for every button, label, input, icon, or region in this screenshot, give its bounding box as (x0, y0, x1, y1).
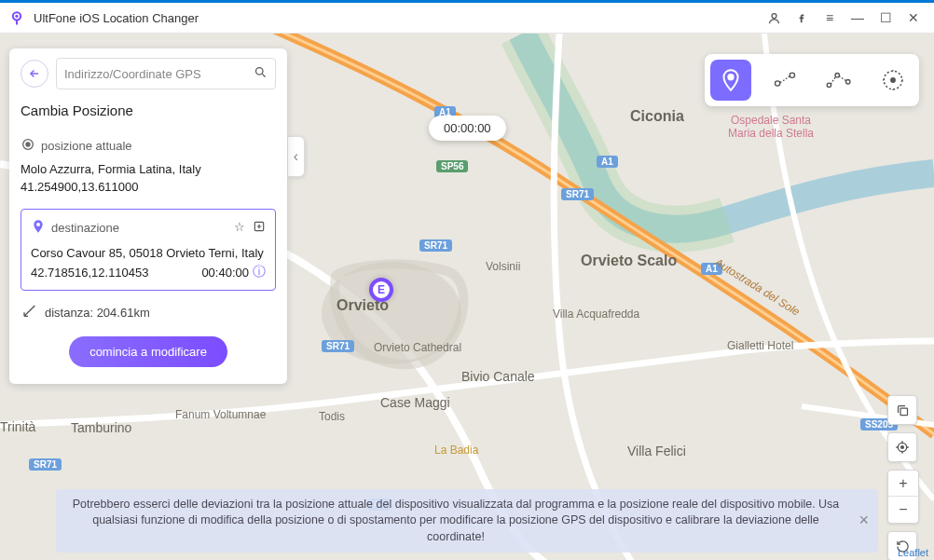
map-label-ospedale: Ospedale Santa Maria della Stella (720, 114, 822, 140)
map-label-todis: Todis (319, 410, 345, 423)
collapse-panel-button[interactable]: ‹ (288, 136, 305, 177)
map-label-bivio-canale: Bivio Canale (461, 369, 535, 384)
account-icon[interactable] (761, 5, 787, 31)
minimize-button[interactable]: — (845, 5, 871, 31)
favorite-icon[interactable]: ☆ (234, 220, 245, 236)
search-input[interactable] (64, 67, 254, 81)
search-icon[interactable] (254, 65, 268, 82)
mode-multi-spot-button[interactable] (818, 60, 859, 101)
map-label-cathedral: Orvieto Cathedral (374, 341, 461, 354)
app-title: UltFone iOS Location Changer (34, 11, 761, 25)
close-button[interactable]: ✕ (900, 5, 927, 31)
distance-row: distanza: 204.61km (21, 291, 276, 336)
mode-toolbar (705, 54, 919, 106)
locate-button[interactable] (887, 432, 917, 462)
current-location-label: posizione attuale (41, 139, 132, 153)
map-label-ciconia: Ciconia (630, 108, 684, 125)
svg-point-2 (772, 13, 776, 18)
distance-icon (22, 304, 37, 321)
map-label-villa-felici: Villa Felici (627, 444, 686, 458)
zoom-out-button[interactable]: − (888, 497, 918, 523)
map-attribution[interactable]: Leaflet (898, 547, 928, 558)
map-label-acquafredda: Villa Acquafredda (553, 307, 639, 321)
mode-joystick-button[interactable] (872, 60, 913, 101)
current-location-box: posizione attuale Molo Azzurra, Formia L… (21, 128, 276, 203)
road-shield-sr71: SR71 (419, 239, 452, 252)
destination-time: 00:40:00 (201, 266, 249, 280)
copy-coords-button[interactable] (887, 395, 917, 425)
map-label-la-badia: La Badia (434, 444, 478, 457)
distance-value: distanza: 204.61km (45, 306, 150, 320)
maximize-button[interactable]: ☐ (872, 5, 899, 31)
target-icon (21, 137, 35, 155)
map-tools: + − (887, 395, 919, 560)
map-label-gialletti: Gialletti Hotel (727, 339, 793, 352)
menu-icon[interactable]: ≡ (817, 5, 843, 31)
map-label-tamburino: Tamburino (71, 420, 131, 435)
mode-two-spot-button[interactable] (764, 60, 805, 101)
destination-label: destinazione (51, 221, 119, 235)
banner-close-button[interactable]: × (858, 509, 869, 532)
current-coords: 41.254900,13.611000 (21, 180, 276, 194)
map-label-orvieto-scalo: Orvieto Scalo (581, 253, 677, 269)
main-area: A1 A1 A1 A1 SP56 SR71 SR71 SR71 SR71 SS2… (0, 34, 934, 560)
svg-point-11 (790, 73, 794, 77)
map-label-trinita: Trinità (0, 419, 35, 434)
road-shield-sp56: SP56 (436, 160, 468, 172)
svg-point-1 (15, 15, 18, 18)
road-shield-a1: A1 (597, 156, 618, 168)
road-shield-sr71: SR71 (29, 458, 62, 471)
start-modify-button[interactable]: comincia a modificare (69, 336, 227, 367)
facebook-icon[interactable] (789, 5, 815, 31)
map-label-volsinii: Volsinii (486, 260, 520, 273)
destination-address: Corso Cavour 85, 05018 Orvieto Terni, It… (31, 246, 266, 260)
svg-point-5 (256, 68, 264, 75)
road-shield-sr71: SR71 (322, 340, 354, 352)
current-address: Molo Azzurra, Formia Latina, Italy (21, 162, 276, 176)
zoom-controls: + − (887, 470, 919, 524)
map-marker-end[interactable]: E (369, 278, 393, 302)
svg-point-14 (846, 80, 850, 84)
panel-heading: Cambia Posizione (21, 102, 276, 118)
location-panel: Cambia Posizione posizione attuale Molo … (9, 48, 287, 384)
road-shield-sr71: SR71 (561, 188, 594, 200)
svg-point-10 (776, 81, 780, 86)
svg-rect-17 (900, 408, 908, 416)
timer-display: 00:00:00 (429, 116, 506, 141)
titlebar: UltFone iOS Location Changer ≡ — ☐ ✕ (0, 0, 934, 34)
app-logo-icon (7, 8, 26, 27)
svg-point-9 (728, 75, 733, 79)
destination-box[interactable]: destinazione ☆ Corso Cavour 85, 05018 Or… (21, 209, 276, 291)
pin-icon (31, 219, 46, 237)
zoom-in-button[interactable]: + (888, 471, 918, 497)
banner-text: Potrebbero esserci delle deviazioni tra … (73, 498, 840, 543)
mode-teleport-button[interactable] (710, 60, 751, 101)
save-location-icon[interactable] (253, 220, 266, 236)
warning-banner: Potrebbero esserci delle deviazioni tra … (56, 489, 878, 553)
svg-point-16 (891, 78, 895, 82)
back-button[interactable] (21, 60, 48, 88)
map-label-fanum: Fanum Voltumnae (175, 408, 266, 421)
help-icon[interactable]: ⓘ (253, 264, 266, 280)
search-field-wrapper (56, 58, 276, 89)
destination-coords: 42.718516,12.110453 (31, 266, 149, 280)
svg-point-7 (26, 143, 30, 146)
map-label-case-maggi: Case Maggi (380, 395, 450, 410)
svg-point-19 (901, 446, 904, 449)
